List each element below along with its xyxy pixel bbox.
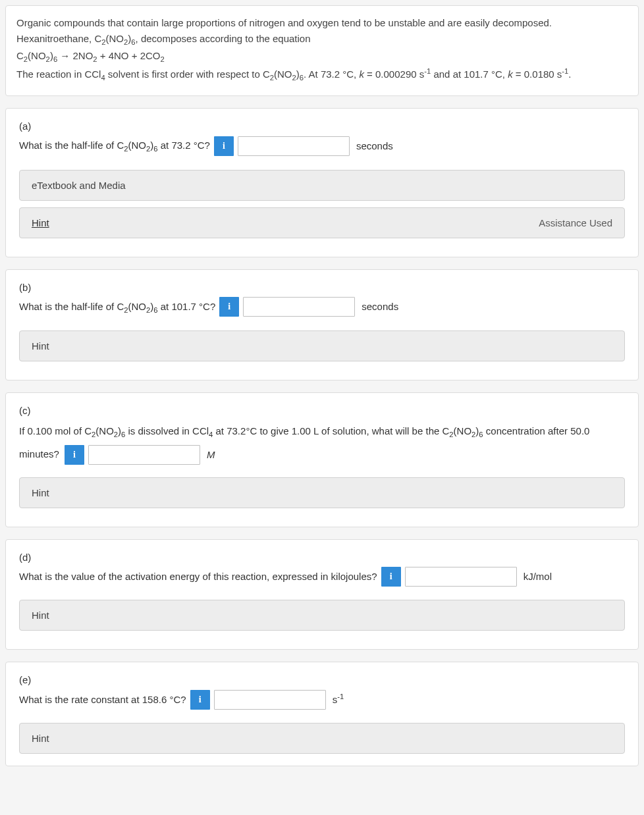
hint-panel-a[interactable]: Hint Assistance Used [19, 207, 625, 238]
part-d-input[interactable] [405, 567, 517, 587]
assistance-used-label: Assistance Used [539, 217, 612, 228]
intro-card: Organic compounds that contain large pro… [5, 5, 639, 96]
part-a-input[interactable] [238, 136, 350, 156]
part-b-label: (b) [19, 282, 625, 293]
hint-label: Hint [32, 487, 49, 498]
part-e-question: What is the rate constant at 158.6 °C? i… [19, 689, 625, 710]
hint-panel-b[interactable]: Hint [19, 330, 625, 361]
part-d-card: (d) What is the value of the activation … [5, 539, 639, 650]
part-d-label: (d) [19, 552, 625, 563]
etextbook-label: eTextbook and Media [32, 180, 126, 191]
hint-link: Hint [32, 217, 49, 228]
part-b-card: (b) What is the half-life of C2(NO2)6 at… [5, 269, 639, 381]
etextbook-panel[interactable]: eTextbook and Media [19, 170, 625, 201]
part-b-unit: seconds [362, 297, 398, 317]
part-e-label: (e) [19, 674, 625, 685]
part-e-input[interactable] [214, 690, 326, 710]
part-d-question: What is the value of the activation ener… [19, 567, 625, 587]
intro-text: Organic compounds that contain large pro… [16, 15, 628, 84]
part-c-unit: M [207, 444, 215, 465]
part-a-card: (a) What is the half-life of C2(NO2)6 at… [5, 108, 639, 257]
hint-label: Hint [32, 610, 49, 621]
info-icon[interactable]: i [190, 690, 210, 710]
hint-panel-d[interactable]: Hint [19, 600, 625, 631]
info-icon[interactable]: i [381, 567, 401, 587]
part-c-question: If 0.100 mol of C2(NO2)6 is dissolved in… [19, 420, 625, 465]
info-icon[interactable]: i [65, 445, 84, 465]
hint-panel-c[interactable]: Hint [19, 477, 625, 508]
info-icon[interactable]: i [214, 136, 234, 156]
part-b-input[interactable] [243, 297, 355, 317]
hint-label: Hint [32, 733, 49, 744]
part-a-label: (a) [19, 120, 625, 132]
part-c-label: (c) [19, 405, 625, 416]
part-e-unit: s-1 [333, 689, 344, 710]
part-a-question: What is the half-life of C2(NO2)6 at 73.… [19, 136, 625, 157]
part-b-question: What is the half-life of C2(NO2)6 at 101… [19, 297, 625, 318]
part-e-card: (e) What is the rate constant at 158.6 °… [5, 662, 639, 766]
info-icon[interactable]: i [219, 297, 239, 317]
hint-panel-e[interactable]: Hint [19, 723, 625, 754]
part-c-input[interactable] [88, 445, 200, 465]
part-d-unit: kJ/mol [523, 567, 552, 587]
part-c-card: (c) If 0.100 mol of C2(NO2)6 is dissolve… [5, 392, 639, 527]
hint-label: Hint [32, 340, 49, 352]
part-a-unit: seconds [356, 136, 393, 156]
